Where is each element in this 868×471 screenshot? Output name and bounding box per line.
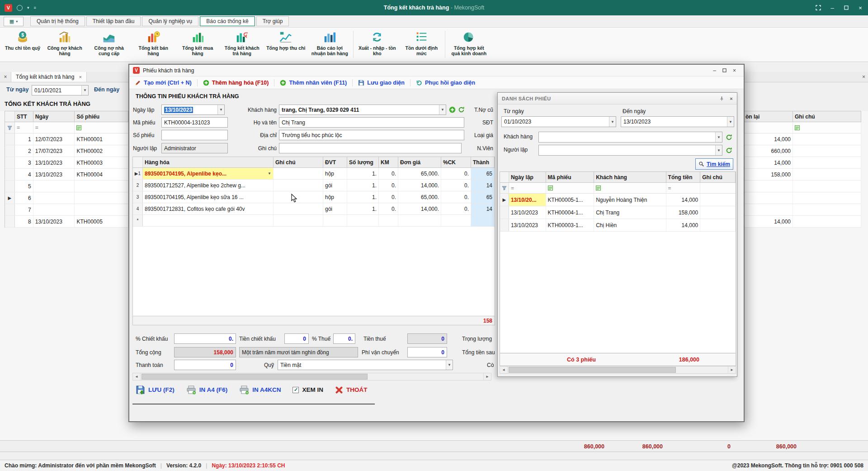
scroll-right-icon[interactable]: ► [728,366,736,373]
phi-van-chuyen-input[interactable]: 0 [407,347,447,357]
header-ck[interactable]: %CK [441,157,471,167]
tool-tong-ket-khach-tra-hang[interactable]: Tổng kết khách trả hàng [220,30,264,57]
tien-chiet-khau-input[interactable]: 0 [284,333,309,344]
quy-combo[interactable]: Tiền mặt ▼ [278,360,453,370]
cell-hang-hoa[interactable]: 8935001704195, Alpenlibe kẹo...▼ [143,168,274,179]
filter-tong-tien[interactable]: = [666,183,701,193]
close-button[interactable]: × [856,4,864,12]
table-row[interactable]: 1 12/07/2023 KTH00001 [5,133,128,145]
panel-to-date-input[interactable]: 13/10/2023 ▼ [621,116,734,127]
quick-access-dropdown-icon[interactable]: ▾ [27,5,29,10]
fullscreen-icon[interactable] [814,4,822,12]
table-row[interactable]: 3 13/10/2023 KTH00003 [5,157,128,169]
header-ngay[interactable]: Ngày [33,111,75,122]
header-ma-phieu[interactable]: Mã phiếu [546,172,594,182]
tab-quan-ly-nghiep-vu[interactable]: Quản lý nghiệp vụ [142,16,198,26]
dropdown-icon[interactable]: ▼ [268,171,271,176]
filter-con-lai[interactable] [745,122,793,133]
table-row[interactable]: 4 13/10/2023 KTH00004 [5,169,128,181]
ho-va-ten-input[interactable]: Chị Trang [279,117,464,128]
tool-cong-no-nha-cung-cap[interactable]: Công nợ nhà cung cấp [87,30,131,57]
table-row[interactable]: 8 13/10/2023 KTH00005 [5,216,128,228]
cell-hang-hoa[interactable]: 8935001712527, Alpenlibe kẹo 2chew g... [143,180,274,191]
header-so-luong[interactable]: Số lượng [347,157,379,167]
ma-phieu-input[interactable]: KTH00004-131023 [161,117,228,128]
tab-bao-cao-thong-ke[interactable]: Báo cáo thống kê [200,16,255,26]
dropdown-icon[interactable]: ▼ [727,117,734,127]
tool-tong-ket-ban-hang[interactable]: Tổng kết bán hàng [131,30,175,57]
header-tong-tien[interactable]: Tổng tiền [666,172,701,182]
refresh-customer-icon[interactable] [726,134,732,141]
cell-hang-hoa[interactable] [143,215,274,226]
scroll-left-icon[interactable]: ◄ [133,373,140,380]
so-phieu-input[interactable] [161,130,228,140]
header-dvt[interactable]: ĐVT [323,157,347,167]
item-row[interactable]: 2 8935001712527, Alpenlibe kẹo 2chew g..… [133,180,495,191]
dropdown-icon[interactable]: ▼ [715,145,722,155]
save-button[interactable]: LƯU (F2) [136,385,175,395]
refresh-creator-icon[interactable] [726,147,732,154]
filter-ma-phieu[interactable] [546,183,594,193]
thanh-toan-input[interactable]: 0 [174,360,236,370]
add-customer-icon[interactable] [449,106,456,113]
item-row-selected[interactable]: ▶1 8935001704195, Alpenlibe kẹo...▼ hộp … [133,168,495,180]
doc-tab-close-icon[interactable]: × [79,74,81,80]
doc-tab-tong-ket-khach-tra-hang[interactable]: Tổng kết khách trả hàng × [11,72,87,82]
table-row[interactable]: 2 17/07/2023 KTH00002 [5,145,128,157]
item-row[interactable]: 4 8935001712831, Cofitos kẹo cafe gói 40… [133,203,495,215]
item-row[interactable]: 3 8935001704195, Alpenlibe kẹo sữa 16 ..… [133,191,495,203]
header-hang-hoa[interactable]: Hàng hóa [143,157,274,167]
filter-ghi-chu[interactable] [793,122,861,133]
dia-chi-input[interactable]: Trường tiểu học phúc lộc [279,130,464,140]
scroll-right-icon[interactable]: ► [484,373,491,380]
dropdown-icon[interactable]: ▼ [81,86,88,95]
dropdown-icon[interactable]: ▼ [715,132,722,142]
header-thanh-tien[interactable]: Thành [471,157,495,167]
filter-stt[interactable]: = [15,122,33,133]
table-row[interactable]: 7 [5,204,128,216]
table-row[interactable]: 5 [5,181,128,192]
table-row[interactable]: ▶ 6 [5,192,128,204]
save-layout-button[interactable]: Lưu giao diện [358,80,405,86]
table-row[interactable]: 14,000 [745,133,861,145]
tool-ton-duoi-dinh-muc[interactable]: Tồn dưới định mức [399,30,443,57]
tool-tong-ket-mua-hang[interactable]: Tổng kết mua hàng [175,30,220,57]
tab-strip-close-button[interactable]: × [0,72,11,82]
filter-so-phieu[interactable] [75,122,128,133]
filter-ghi-chu[interactable] [700,183,736,193]
new-item-row[interactable]: * [133,215,495,227]
panel-creator-combo[interactable]: ▼ [538,145,722,156]
header-km[interactable]: KM [379,157,398,167]
receipt-row[interactable]: 13/10/2023 KTH00003-1... Chị Hiền 14,000 [500,219,736,232]
chiet-khau-input[interactable]: 0. [174,333,236,344]
header-khach-hang[interactable]: Khách hàng [594,172,666,182]
header-ghi-chu[interactable]: Ghi chú [793,111,861,122]
quick-access-circle-icon[interactable] [17,5,23,11]
dropdown-icon[interactable]: ▼ [446,360,453,370]
panel-close-icon[interactable]: × [730,96,733,101]
add-employee-button[interactable]: Thêm nhân viên (F11) [280,80,347,86]
table-row[interactable] [745,204,861,216]
table-row[interactable]: 14,000 [745,157,861,169]
tab-quan-tri-he-thong[interactable]: Quản trị hệ thống [30,16,85,26]
dropdown-icon[interactable]: ▼ [609,117,616,127]
filter-khach-hang[interactable] [594,183,666,193]
dialog-hscrollbar[interactable]: ◄ ► [132,373,491,381]
dropdown-icon[interactable]: ▼ [217,105,224,114]
cell-hang-hoa[interactable]: 8935001712831, Cofitos kẹo cafe gói 40v [143,203,274,214]
header-stt[interactable]: STT [15,111,33,122]
dialog-close-button[interactable]: × [731,67,738,74]
receipt-row[interactable]: 13/10/2023 KTH00004-1... Chị Trang 158,0… [500,206,736,219]
refresh-customer-icon[interactable] [458,106,465,113]
khach-hang-combo[interactable]: trang, Chị Trang, 0329 029 411 ▼ [279,105,446,115]
table-row[interactable]: 158,000 [745,169,861,181]
checkbox-checked-icon[interactable]: ✓ [292,387,299,393]
header-ghi-chu[interactable]: Ghi chú [274,157,323,167]
table-row[interactable] [745,192,861,204]
tool-thu-chi-ton-quy[interactable]: $ Thu chi tồn quỹ [3,30,42,51]
receipt-row-selected[interactable]: ▶ 13/10/20... KTH00005-1... Nguyễn Hoàng… [500,194,736,206]
toolbar-customize-icon[interactable]: ≡ [34,5,36,10]
panel-from-date-input[interactable]: 01/10/2023 ▼ [501,116,616,127]
exit-button[interactable]: THOÁT [335,386,368,394]
thue-input[interactable]: 0. [333,333,355,344]
